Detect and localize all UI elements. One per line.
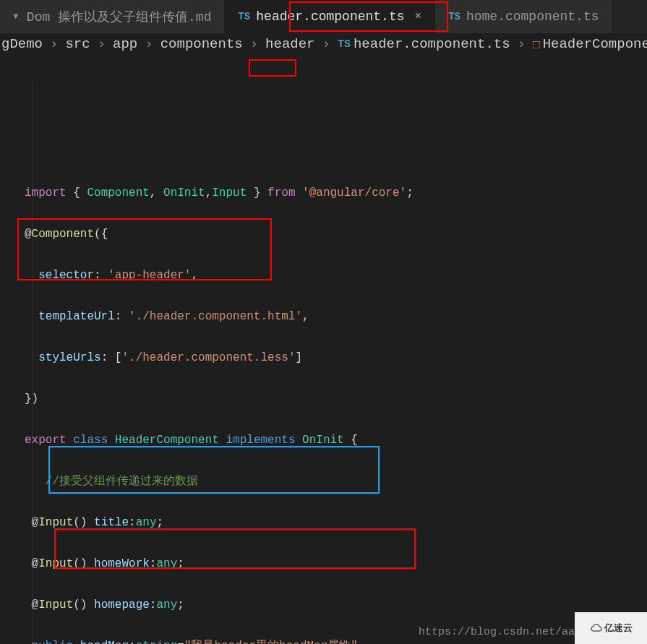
close-icon[interactable]: × (415, 10, 422, 23)
code-line[interactable]: @Component({ (25, 224, 640, 245)
chevron-right-icon: › (98, 36, 106, 52)
watermark-text: 亿速云 (604, 622, 633, 635)
code-editor[interactable]: import { Component, OnInit,Input } from … (0, 55, 647, 644)
code-line[interactable]: @Input() title:any; (25, 512, 640, 533)
tab-home-component[interactable]: TS home.component.ts (435, 0, 612, 33)
class-icon: ⬚ (533, 37, 540, 51)
chevron-right-icon: › (145, 36, 153, 52)
code-line[interactable]: templateUrl: './header.component.html', (25, 306, 640, 327)
annotation-box-input (249, 59, 296, 77)
code-line[interactable]: selector: 'app-header', (25, 265, 640, 286)
indent-guide (32, 82, 33, 644)
code-line[interactable]: @Input() homepage:any; (25, 595, 640, 616)
code-line[interactable]: }) (25, 389, 640, 410)
typescript-icon: TS (448, 11, 460, 22)
markdown-icon: ▸ (9, 13, 25, 21)
code-line[interactable]: import { Component, OnInit,Input } from … (25, 183, 640, 204)
breadcrumb-class[interactable]: HeaderComponent (543, 36, 647, 52)
chevron-right-icon: › (50, 36, 58, 52)
breadcrumb-part[interactable]: header (265, 36, 314, 52)
tab-header-component[interactable]: TS header.component.ts × (225, 0, 435, 33)
chevron-right-icon: › (322, 36, 330, 52)
cloud-icon (590, 623, 604, 633)
breadcrumb[interactable]: gDemo› src› app› components› header› TS … (0, 33, 647, 55)
code-line[interactable]: styleUrls: ['./header.component.less'] (25, 348, 640, 369)
breadcrumb-part[interactable]: gDemo (1, 36, 43, 52)
tab-label: header.component.ts (256, 9, 404, 24)
breadcrumb-part[interactable]: app (113, 36, 137, 52)
code-line[interactable]: //接受父组件传递过来的数据 (25, 471, 640, 492)
code-line[interactable]: @Input() homeWork:any; (25, 554, 640, 575)
tab-label: Dom 操作以及父子组件传值.md (27, 8, 212, 25)
typescript-icon: TS (238, 11, 250, 22)
breadcrumb-file[interactable]: header.component.ts (354, 36, 510, 52)
chevron-right-icon: › (250, 36, 258, 52)
watermark-logo: 亿速云 (575, 612, 647, 644)
breadcrumb-part[interactable]: src (65, 36, 90, 52)
watermark-url: https://blog.csdn.net/aa (419, 626, 575, 638)
typescript-icon: TS (338, 38, 351, 51)
code-line[interactable]: export class HeaderComponent implements … (25, 430, 640, 451)
chevron-right-icon: › (518, 36, 526, 52)
editor-tabs: ▸ Dom 操作以及父子组件传值.md TS header.component.… (0, 0, 647, 33)
tab-dom-md[interactable]: ▸ Dom 操作以及父子组件传值.md (0, 0, 225, 33)
tab-label: home.component.ts (466, 9, 599, 24)
breadcrumb-part[interactable]: components (160, 36, 243, 52)
